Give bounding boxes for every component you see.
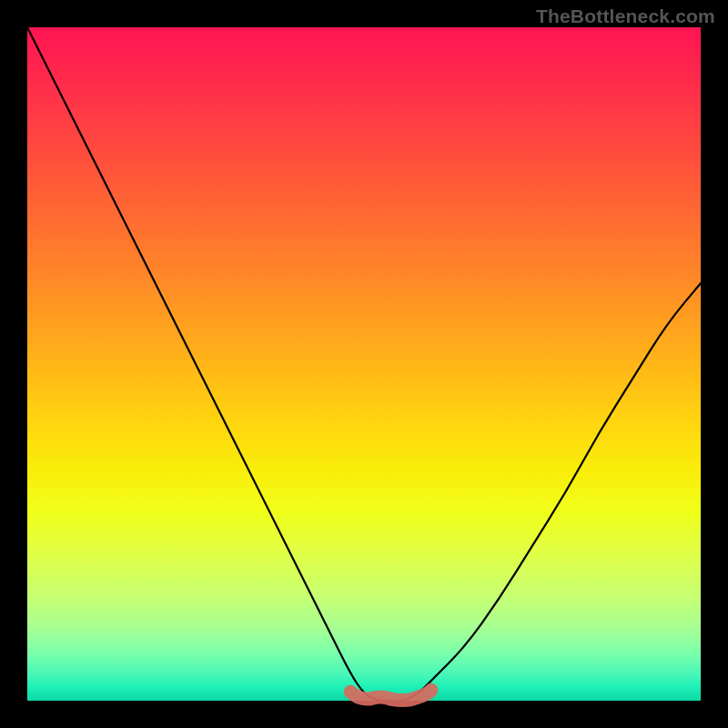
watermark-text: TheBottleneck.com (536, 5, 715, 27)
optimal-range-marker (350, 690, 431, 700)
chart-svg (27, 27, 701, 701)
plot-area (27, 27, 701, 701)
chart-frame: TheBottleneck.com (0, 0, 728, 728)
bottleneck-curve (27, 27, 701, 701)
